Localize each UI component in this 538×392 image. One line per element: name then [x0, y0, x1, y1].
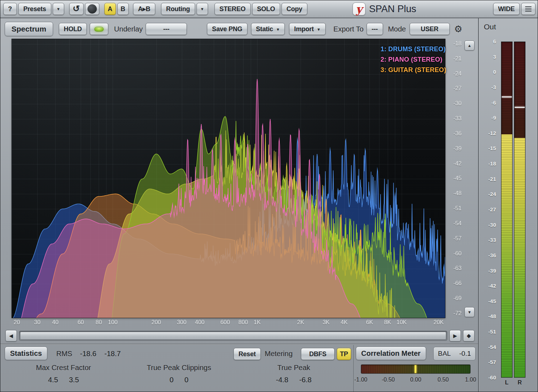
wide-button[interactable]: WIDE	[493, 3, 520, 15]
correlation-scale-label: 0.00	[410, 377, 421, 383]
legend-item: 3: GUITAR (STEREO)	[381, 66, 446, 74]
scroll-right-button[interactable]: ▶	[449, 330, 461, 341]
chevron-down-icon: ▼	[56, 7, 60, 11]
meter-segment-ticks	[514, 42, 525, 377]
app-branding: y SPAN Plus	[353, 3, 416, 15]
global-menu-button[interactable]	[521, 3, 535, 15]
settings-gear-button[interactable]: ⚙	[452, 23, 465, 35]
underlay-select[interactable]: ---	[146, 23, 187, 35]
db-tick-label: -30	[447, 100, 462, 107]
db-tick-label: -48	[447, 190, 462, 197]
help-button[interactable]: ?	[3, 3, 17, 15]
out-scale-label: -42	[479, 283, 496, 289]
spectrum-canvas[interactable]	[12, 39, 445, 318]
meter-bar-r[interactable]	[514, 42, 525, 378]
out-scale-label: -57	[479, 359, 496, 365]
copy-button[interactable]: Copy	[282, 3, 307, 15]
mode-select[interactable]: USER	[410, 23, 450, 35]
ab-a-button[interactable]: A	[104, 3, 116, 15]
db-tick-label: -36	[447, 130, 462, 137]
presets-button[interactable]: Presets	[18, 3, 51, 15]
db-tick-label: -42	[447, 161, 462, 167]
balance-display[interactable]: BAL -0.1	[433, 347, 476, 360]
chevron-down-icon: ▼	[276, 27, 280, 32]
scroll-left-button[interactable]: ◀	[5, 330, 17, 341]
ab-copy-button[interactable]: A▸B	[133, 3, 155, 15]
out-scale-label: 6	[479, 38, 496, 44]
out-scale-label: -6	[479, 100, 496, 106]
out-scale-label: -24	[479, 191, 496, 197]
scroll-down-button[interactable]: ▼	[464, 307, 475, 317]
freq-tick-label: 200	[151, 319, 161, 326]
presets-dropdown-button[interactable]: ▼	[53, 3, 64, 15]
db-tick-label: -45	[447, 175, 462, 182]
window-title: SPAN Plus	[369, 4, 416, 15]
db-tick-label: -60	[447, 250, 462, 257]
out-scale-label: -30	[479, 222, 496, 228]
scroll-up-button[interactable]: ▲	[464, 40, 475, 51]
out-scale-label: -21	[479, 176, 496, 182]
solo-button[interactable]: SOLO	[252, 3, 280, 15]
static-dropdown-button[interactable]: Static ▼	[251, 23, 285, 35]
stat-value-left: -4.8	[276, 376, 288, 384]
stat-value-right: 0	[184, 376, 188, 384]
undo-button[interactable]: ↺	[69, 3, 84, 15]
reset-button[interactable]: Reset	[233, 348, 261, 360]
correlation-bar[interactable]	[361, 364, 471, 374]
meter-peak-indicator	[502, 96, 512, 97]
correlation-scale: -1.00-0.500.000.501.00	[361, 377, 471, 384]
tab-correlation-meter: Correlation Meter	[356, 346, 426, 360]
out-scale-label: -51	[479, 329, 496, 335]
stat-value-right: 3.5	[69, 376, 79, 384]
stereo-button[interactable]: STEREO	[214, 3, 251, 15]
h-scrollbar-handle[interactable]	[20, 332, 446, 340]
correlation-panel: Correlation Meter BAL -0.1 -1.00-0.500.0…	[353, 345, 478, 392]
tp-button[interactable]: TP	[337, 348, 351, 360]
h-scrollbar[interactable]	[19, 331, 447, 341]
ab-b-button[interactable]: B	[117, 3, 129, 15]
underlay-led-button[interactable]	[90, 23, 108, 35]
bal-label: BAL	[438, 350, 451, 358]
freq-tick-label: 40	[52, 319, 58, 326]
bal-value: -0.1	[459, 350, 471, 358]
import-dropdown-button[interactable]: Import ▼	[289, 23, 325, 35]
meter-peak-indicator	[515, 107, 525, 108]
db-tick-label: -66	[447, 280, 462, 287]
export-to-select[interactable]: ---	[367, 23, 383, 35]
voxengo-logo-icon: y	[353, 3, 365, 15]
stat-label: True Peak Clippings	[128, 364, 230, 372]
freq-tick-label: 20	[14, 319, 20, 326]
meter-segment-ticks	[501, 42, 512, 377]
freq-tick-label: 30	[34, 319, 41, 326]
stat-value-left: 4.5	[48, 376, 58, 384]
out-scale-label: 0	[479, 69, 496, 75]
rms-value-left: -18.6	[80, 350, 96, 358]
freq-tick-label: 60	[77, 319, 84, 326]
stat-true-peak-clippings: True Peak Clippings 0 0	[128, 364, 230, 384]
freq-tick-label: 800	[239, 319, 248, 326]
out-scale-label: -45	[479, 298, 496, 304]
chevron-down-icon: ▼	[317, 27, 321, 32]
meter-bar-l[interactable]	[501, 42, 513, 378]
stat-value-left: 0	[170, 376, 174, 384]
legend-item: 2: PIANO (STEREO)	[381, 56, 446, 63]
out-scale-label: -3	[479, 84, 496, 90]
freq-tick-label: 10K	[397, 319, 407, 326]
triangle-up-icon: ▲	[468, 43, 472, 48]
db-tick-label: -57	[447, 235, 462, 242]
menu-icon	[525, 6, 532, 11]
out-scale-label: -33	[479, 237, 496, 243]
spectrum-freq-scale: 20304060801002003004006008001K2K3K4K6K8K…	[12, 319, 445, 327]
correlation-scale-label: -1.00	[354, 377, 367, 383]
import-label: Import	[294, 25, 314, 33]
stat-max-crest-factor: Max Crest Factor 4.5 3.5	[13, 364, 114, 384]
bypass-knob-button[interactable]	[85, 3, 99, 15]
hold-button[interactable]: HOLD	[59, 23, 87, 35]
dbfs-button[interactable]: DBFS	[301, 348, 335, 360]
freq-tick-label: 6K	[366, 319, 373, 326]
save-png-button[interactable]: Save PNG	[207, 23, 247, 35]
routing-dropdown-button[interactable]: ▼	[197, 3, 208, 15]
tab-statistics: Statistics	[5, 346, 47, 360]
range-diamond-button[interactable]: ◆	[463, 330, 475, 341]
routing-button[interactable]: Routing	[161, 3, 195, 15]
